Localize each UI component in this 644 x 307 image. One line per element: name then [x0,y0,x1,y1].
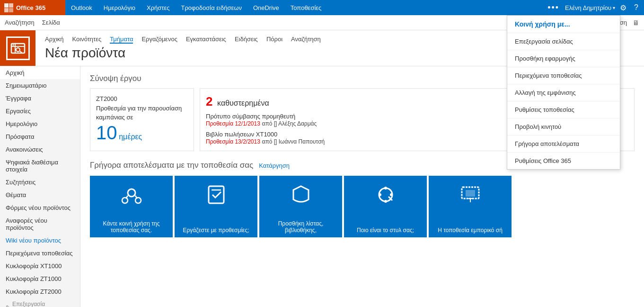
logo-text: Office 365 [16,4,45,11]
user-name-text: Ελένη Δημητρίου [565,4,611,11]
dropdown-share[interactable]: Κοινή χρήση με... [507,16,620,33]
quick-card-library-label: Προσθήκη λίστας, βιβλιοθήκης, [262,220,339,234]
dropdown-site-settings[interactable]: Ρυθμίσεις τοποθεσίας [507,101,620,118]
quick-card-site[interactable]: Η τοποθεσία εμπορικό σή [429,176,512,237]
sidebar-item-documents[interactable]: Έγγραφα [0,92,80,105]
svg-rect-0 [4,3,9,8]
dropdown-edit-page[interactable]: Επεξεργασία σελίδας [507,33,620,50]
pencil-icon: ✎ [6,304,10,307]
dropdown-mobile-view[interactable]: Προβολή κινητού [507,118,620,135]
dropdown-site-contents[interactable]: Περιεχόμενα τοποθεσίας [507,67,620,84]
site-logo-inner [6,36,30,60]
sidebar-item-tasks[interactable]: Εργασίες [0,105,80,117]
sidebar-item-recent[interactable]: Πρόσφατα [0,130,80,143]
task-card-icon [206,184,227,210]
sidebar-item-topics[interactable]: Θέματα [0,189,80,201]
overdue-label: καθυστερημένα [217,99,269,107]
library-card-icon [291,184,311,210]
quick-card-style[interactable]: Ποιο είναι το στυλ σας; [344,176,427,237]
second-bar-left: Αναζήτηση Σελίδα [5,19,519,26]
nav-onedrive[interactable]: OneDrive [247,0,285,15]
site-card-icon [460,184,481,210]
overdue-item-2-person: από [] Ιωάννα Παπουτσή [262,138,325,145]
quick-cards: Κάντε κοινή χρήση της τοποθεσίας σας. Ερ… [90,176,635,237]
sitenav-communities[interactable]: Κοινότητες [72,36,102,44]
sidebar-item-zt2000[interactable]: Κυκλοφορία ZT2000 [0,285,80,298]
edit-links[interactable]: ✎ Επεξεργασία συνδέσεων [0,298,80,307]
sitenav-employee[interactable]: Εργαζόμενος [141,36,177,44]
svg-rect-23 [466,190,475,197]
user-chevron-icon: ▾ [613,5,615,10]
search-link[interactable]: Αναζήτηση [5,19,35,26]
sidebar-item-calendar[interactable]: Ημερολόγιο [0,117,80,130]
sidebar-item-xt1000[interactable]: Κυκλοφορία XT1000 [0,260,80,272]
sitenav-departments[interactable]: Τμήματα [110,36,133,44]
svg-point-10 [128,189,135,197]
style-card-icon [375,184,396,210]
svg-line-9 [20,51,22,53]
page-link[interactable]: Σελίδα [42,19,60,26]
sitenav-home[interactable]: Αρχική [45,36,64,44]
sidebar-item-announcements[interactable]: Ανακοινώσεις [0,143,80,156]
svg-rect-3 [9,8,13,12]
sitenav-news[interactable]: Ειδήσεις [235,36,258,44]
quick-results-title: Γρήγορα αποτελέσματα με την τοποθεσία σα… [90,161,253,170]
quick-card-style-label: Ποιο είναι το στυλ σας; [347,227,424,234]
user-menu[interactable]: Ελένη Δημητρίου ▾ [565,4,615,11]
summary-card-1-text2: Προθεσμία για την παρουσίαση καμπάνιας σ… [96,104,188,122]
nav-calendar[interactable]: Ημερολόγιο [98,0,141,15]
sidebar-item-home[interactable]: Αρχική [0,66,80,79]
nav-users[interactable]: Χρήστες [141,0,176,15]
share-card-icon [120,184,143,212]
office365-logo[interactable]: Office 365 [0,0,65,15]
sidebar-item-digital-assets[interactable]: Ψηφιακά διαθέσιμα στοιχεία [0,156,80,176]
dropdown-quick-results[interactable]: Γρήγορα αποτελέσματα [507,135,620,153]
sitenav-installations[interactable]: Εγκαταστάσεις [186,36,226,44]
quick-card-site-label: Η τοποθεσία εμπορικό σή [432,227,509,234]
monitor-icon: 🖥 [633,19,639,27]
dropdown-add-app[interactable]: Προσθήκη εφαρμογής [507,50,620,67]
nav-sites[interactable]: Τοποθεσίες [285,0,327,15]
svg-point-11 [122,198,128,203]
svg-line-14 [135,196,137,199]
sidebar-item-discussions[interactable]: Συζητήσεις [0,176,80,189]
quick-card-tasks[interactable]: Εργάζεστε με προθεσμίες; [175,176,257,237]
svg-point-18 [384,187,387,190]
top-bar: Office 365 Outlook Ημερολόγιο Χρήστες Τρ… [0,0,644,15]
sidebar-item-notebook[interactable]: Σημειωματάριο [0,79,80,92]
svg-point-20 [384,200,387,203]
svg-point-12 [135,198,141,203]
svg-point-8 [16,48,20,52]
quick-card-share-label: Κάντε κοινή χρήση της τοποθεσίας σας. [93,220,170,234]
sidebar-item-forms[interactable]: Φόρμες νέου προϊόντος [0,201,80,214]
sitenav-resources[interactable]: Πόροι [266,36,282,44]
help-button[interactable]: ? [631,0,641,15]
sidebar-item-site-contents[interactable]: Περιεχόμενα τοποθεσίας [0,247,80,260]
dropdown-office365-settings[interactable]: Ρυθμίσεις Office 365 [507,153,620,169]
sync-button[interactable]: 🖥 [633,19,639,27]
more-button[interactable]: ••• [544,0,563,15]
summary-days-label: ημέρες [119,133,142,141]
sidebar-item-reports[interactable]: Αναφορές νέου προϊόντος [0,214,80,234]
quick-results-section: Γρήγορα αποτελέσματα με την τοποθεσία σα… [90,161,635,237]
dropdown-change-appearance[interactable]: Αλλαγή της εμφάνισης [507,84,620,101]
sidebar-item-zt1000[interactable]: Κυκλοφορία ZT1000 [0,272,80,285]
overdue-item-2-date: Προθεσμία 13/2/2013 [206,138,260,145]
top-bar-right: ••• Ελένη Δημητρίου ▾ ⚙ ? [544,0,644,15]
quick-card-share[interactable]: Κάντε κοινή χρήση της τοποθεσίας σας. [90,176,173,237]
overdue-item-1-date: Προθεσμία 12/1/2013 [206,120,260,127]
quick-card-tasks-label: Εργάζεστε με προθεσμίες; [177,227,255,234]
settings-dropdown: Κοινή χρήση με... Επεξεργασία σελίδας Πρ… [507,15,620,170]
cancel-link[interactable]: Κατάργηση [259,162,290,169]
nav-newsfeed[interactable]: Τροφοδοσία ειδήσεων [176,0,247,15]
top-nav: Outlook Ημερολόγιο Χρήστες Τροφοδοσία ει… [65,0,544,15]
sidebar-item-wiki[interactable]: Wiki νέου προϊόντος [0,234,80,247]
overdue-item-1-person: από [] Αλέξης Δαρμάς [262,120,317,127]
settings-button[interactable]: ⚙ [617,0,629,15]
quick-card-library[interactable]: Προσθήκη λίστας, βιβλιοθήκης, [259,176,342,237]
nav-outlook[interactable]: Outlook [65,0,98,15]
site-logo [0,30,35,66]
sidebar: Αρχική Σημειωματάριο Έγγραφα Εργασίες Ημ… [0,66,80,307]
sitenav-search[interactable]: Αναζήτηση [291,36,321,44]
svg-point-7 [12,44,14,45]
